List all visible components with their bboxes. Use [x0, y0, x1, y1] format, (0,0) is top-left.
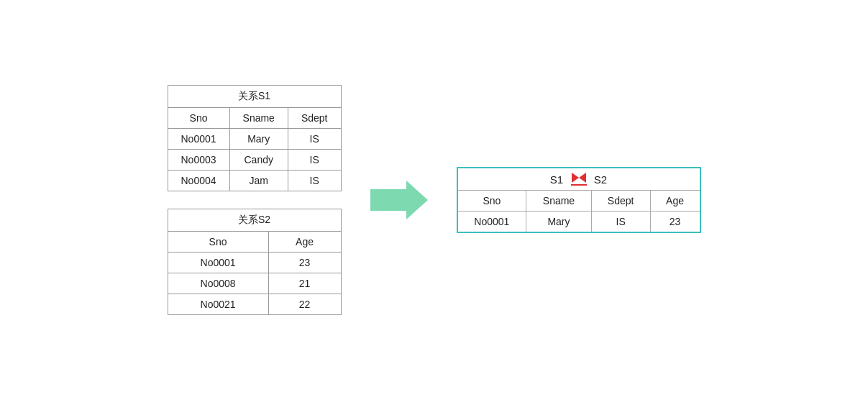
s1-col-sname: Sname: [229, 108, 288, 129]
join-triangles: [571, 173, 587, 186]
left-triangle-icon: [579, 173, 586, 183]
result-col-sno: Sno: [457, 191, 526, 212]
right-triangle-icon: [572, 173, 579, 183]
s1-title-row: 关系S1: [168, 86, 341, 108]
arrow-icon: [370, 181, 428, 219]
result-title-s2: S2: [594, 173, 607, 186]
s2-title: 关系S2: [168, 209, 341, 232]
s2-header-row: Sno Age: [168, 232, 341, 253]
s2-col-sno: Sno: [168, 232, 268, 253]
s1-table: 关系S1 Sno Sname Sdept No0001 Mary IS No00…: [168, 85, 342, 191]
result-title-s1: S1: [550, 173, 563, 186]
result-col-sname: Sname: [526, 191, 591, 212]
s2-row-1: No0008 21: [168, 273, 341, 294]
s2-row-0: No0001 23: [168, 253, 341, 273]
s2-title-row: 关系S2: [168, 209, 341, 232]
s1-col-sno: Sno: [168, 108, 229, 129]
arrow-container: [370, 181, 428, 219]
s1-row-0: No0001 Mary IS: [168, 129, 341, 150]
result-title-cell: S1 S2: [457, 168, 700, 191]
result-header-row: Sno Sname Sdept Age: [457, 191, 700, 212]
s1-header-row: Sno Sname Sdept: [168, 108, 341, 129]
result-col-sdept: Sdept: [591, 191, 650, 212]
result-table: S1 S2 Sno Sname: [457, 167, 701, 233]
s1-row-1: No0003 Candy IS: [168, 150, 341, 171]
s2-row-2: No0021 22: [168, 294, 341, 315]
left-tables: 关系S1 Sno Sname Sdept No0001 Mary IS No00…: [168, 85, 342, 315]
result-col-age: Age: [650, 191, 700, 212]
s1-title: 关系S1: [168, 86, 341, 108]
s2-table: 关系S2 Sno Age No0001 23 No0008 21 No0021 …: [168, 209, 342, 315]
main-container: 关系S1 Sno Sname Sdept No0001 Mary IS No00…: [168, 85, 701, 315]
svg-marker-0: [370, 181, 428, 219]
join-symbol: [566, 173, 590, 186]
result-row-0: No0001 Mary IS 23: [457, 212, 700, 233]
s2-col-age: Age: [268, 232, 341, 253]
join-triangles-row: [572, 173, 586, 183]
join-underline: [571, 184, 587, 186]
s1-row-2: No0004 Jam IS: [168, 171, 341, 191]
s1-col-sdept: Sdept: [288, 108, 341, 129]
result-title-row: S1 S2: [457, 168, 700, 191]
